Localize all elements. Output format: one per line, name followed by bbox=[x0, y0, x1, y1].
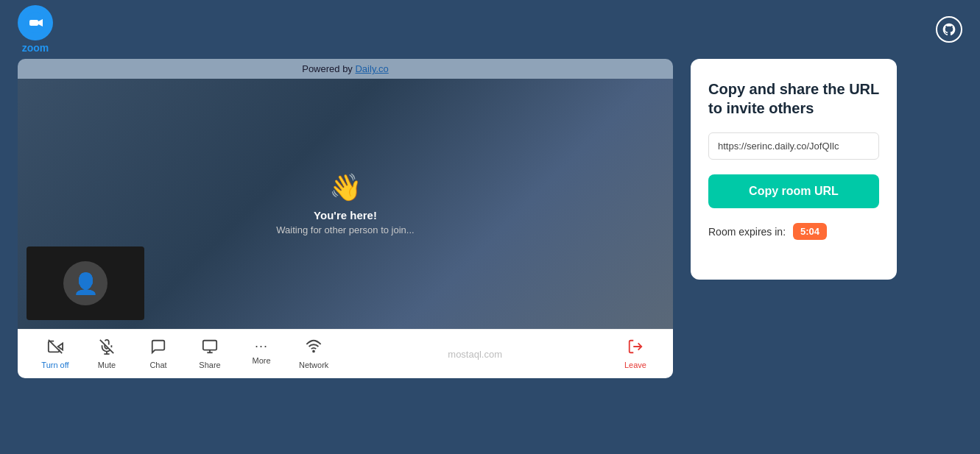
mute-label: Mute bbox=[98, 361, 116, 369]
expires-label: Room expires in: bbox=[708, 226, 786, 238]
svg-line-3 bbox=[49, 340, 62, 353]
video-section: Powered by Daily.co 👋 You're here! Waiti… bbox=[18, 59, 673, 378]
svg-rect-1 bbox=[29, 20, 38, 26]
svg-point-11 bbox=[313, 351, 314, 352]
chat-label: Chat bbox=[149, 361, 166, 369]
waiting-text: Waiting for other person to join... bbox=[276, 224, 414, 235]
share-button[interactable]: Share bbox=[184, 336, 236, 372]
logo: zoom bbox=[18, 5, 53, 54]
chat-button[interactable]: Chat bbox=[133, 336, 184, 372]
toolbar-left: Turn off Mute bbox=[29, 336, 340, 372]
powered-by-bar: Powered by Daily.co bbox=[18, 59, 673, 79]
chat-icon bbox=[150, 338, 166, 358]
watermark: mostaql.com bbox=[340, 349, 610, 360]
network-icon bbox=[306, 338, 322, 358]
turn-off-button[interactable]: Turn off bbox=[29, 336, 81, 372]
network-label: Network bbox=[299, 361, 328, 369]
timer-badge: 5:04 bbox=[793, 223, 827, 240]
header: zoom bbox=[0, 0, 980, 59]
watermark-text: mostaql.com bbox=[448, 349, 502, 360]
more-button[interactable]: ··· More bbox=[236, 336, 287, 372]
leave-button[interactable]: Leave bbox=[610, 336, 661, 372]
mute-button[interactable]: Mute bbox=[81, 336, 133, 372]
expires-row: Room expires in: 5:04 bbox=[708, 223, 879, 240]
github-icon[interactable] bbox=[936, 16, 962, 43]
share-icon bbox=[202, 338, 218, 358]
leave-icon bbox=[627, 338, 644, 358]
svg-marker-4 bbox=[58, 343, 63, 350]
leave-label: Leave bbox=[624, 361, 646, 369]
turn-off-label: Turn off bbox=[41, 361, 68, 369]
network-button[interactable]: Network bbox=[287, 336, 340, 372]
side-panel: Copy and share the URL to invite others … bbox=[691, 59, 897, 280]
mute-icon bbox=[99, 338, 115, 358]
dailyco-link[interactable]: Daily.co bbox=[355, 63, 388, 74]
camera-icon bbox=[47, 338, 63, 358]
more-label: More bbox=[252, 356, 270, 365]
toolbar: Turn off Mute bbox=[18, 329, 673, 378]
main-content: Powered by Daily.co 👋 You're here! Waiti… bbox=[0, 59, 980, 454]
avatar: 👤 bbox=[63, 261, 107, 305]
powered-by-text: Powered by bbox=[302, 63, 355, 74]
more-icon: ··· bbox=[255, 338, 268, 354]
copy-room-url-button[interactable]: Copy room URL bbox=[708, 174, 879, 208]
logo-text: zoom bbox=[22, 42, 49, 54]
room-url-input[interactable] bbox=[708, 132, 879, 160]
logo-icon bbox=[18, 5, 53, 40]
share-label: Share bbox=[199, 361, 220, 369]
youre-here-text: You're here! bbox=[314, 209, 377, 221]
svg-rect-8 bbox=[203, 341, 216, 350]
panel-title: Copy and share the URL to invite others bbox=[708, 79, 879, 118]
wave-emoji: 👋 bbox=[329, 172, 362, 203]
self-video-thumbnail: 👤 bbox=[27, 246, 144, 320]
video-main: 👋 You're here! Waiting for other person … bbox=[18, 79, 673, 329]
